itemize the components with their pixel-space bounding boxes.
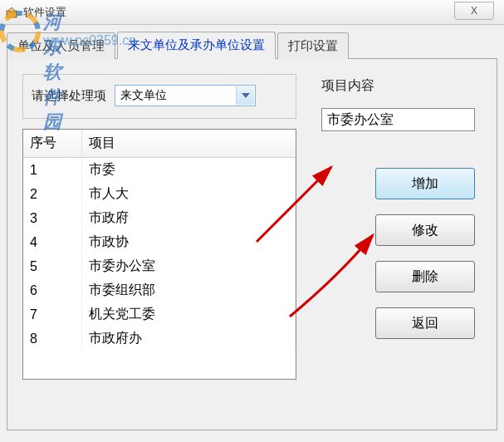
tab-label: 打印设置 [288,38,338,52]
cell-item: 市政府办 [81,327,296,351]
tab-print-settings[interactable]: 打印设置 [277,32,349,59]
button-label: 返回 [412,315,438,332]
window-title: 软件设置 [23,5,66,20]
table-row[interactable]: 1市委 [23,158,296,183]
col-header-seq[interactable]: 序号 [23,130,81,158]
close-button[interactable]: X [454,2,494,20]
field-label: 项目内容 [321,77,475,95]
add-button[interactable]: 增加 [375,168,475,199]
cell-item: 市政协 [81,230,296,254]
window-body: 单位及人员管理 来文单位及承办单位设置 打印设置 请选择处理项 来文单位 序号 [0,25,504,442]
tab-source-units[interactable]: 来文单位及承办单位设置 [117,32,276,59]
edit-button[interactable]: 修改 [375,214,475,246]
cell-item: 市委办公室 [81,254,296,278]
tab-label: 单位及人员管理 [17,38,105,52]
chevron-down-icon [236,86,254,105]
items-table: 序号 项目 1市委2市人大3市政府4市政协5市委办公室6市委组织部7机关党工委8… [22,129,296,380]
col-header-item[interactable]: 项目 [81,130,296,158]
cell-item: 市政府 [81,206,296,230]
table-row[interactable]: 4市政协 [23,230,296,254]
cell-seq: 3 [23,206,81,230]
table-row[interactable]: 5市委办公室 [23,254,296,278]
tab-units-personnel[interactable]: 单位及人员管理 [7,32,115,59]
cell-seq: 4 [23,230,81,254]
button-label: 删除 [412,268,438,286]
cell-item: 市委组织部 [81,278,296,302]
selector-label: 请选择处理项 [32,88,106,104]
table-row[interactable]: 6市委组织部 [23,278,296,302]
cell-seq: 5 [23,254,81,278]
back-button[interactable]: 返回 [375,307,475,339]
button-stack: 增加 修改 删除 返回 [321,168,475,339]
titlebar: 软件设置 X [0,0,504,25]
delete-button[interactable]: 删除 [375,261,475,292]
tabs: 单位及人员管理 来文单位及承办单位设置 打印设置 [7,32,497,59]
table-row[interactable]: 2市人大 [23,182,296,206]
cell-seq: 2 [23,182,81,206]
cell-item: 市人大 [81,182,296,206]
cell-seq: 7 [23,302,81,327]
table-row[interactable]: 7机关党工委 [23,302,296,327]
cell-seq: 6 [23,278,81,302]
tab-content: 请选择处理项 来文单位 序号 项目 1市委2市人大3市政府4市政协5市委办公室6… [7,58,497,430]
app-icon [5,6,18,19]
button-label: 增加 [412,175,438,193]
selector-group: 请选择处理项 来文单位 [22,74,296,119]
cell-item: 机关党工委 [81,302,296,327]
table-row[interactable]: 8市政府办 [23,327,296,351]
table-row[interactable]: 3市政府 [23,206,296,230]
tab-label: 来文单位及承办单位设置 [128,37,265,52]
close-icon: X [471,5,477,17]
process-item-select[interactable]: 来文单位 [115,85,256,106]
cell-seq: 1 [23,158,81,183]
table-header-row: 序号 项目 [23,130,296,158]
cell-item: 市委 [81,158,296,183]
select-value: 来文单位 [120,88,167,103]
button-label: 修改 [412,222,438,239]
item-content-input[interactable] [321,108,475,131]
cell-seq: 8 [23,327,81,351]
svg-rect-2 [7,11,17,17]
right-panel: 项目内容 增加 修改 删除 返回 [321,77,475,339]
